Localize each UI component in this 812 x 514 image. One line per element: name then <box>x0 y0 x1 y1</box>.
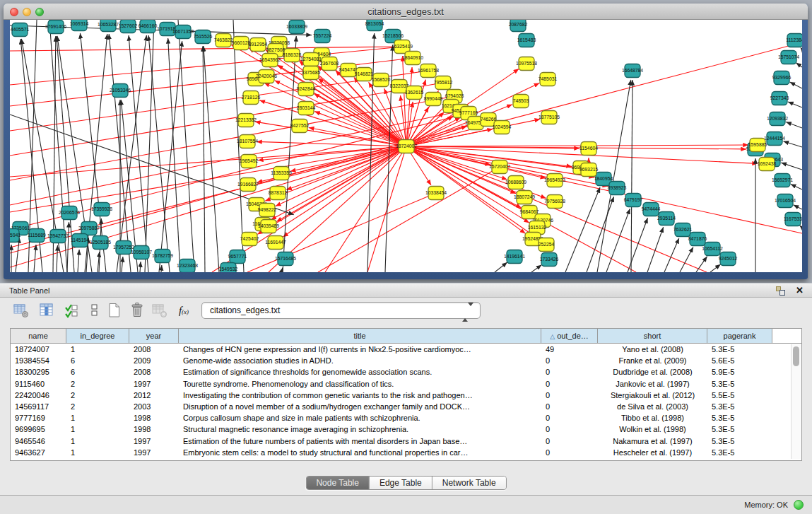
network-node[interactable]: 8186328 <box>283 49 302 62</box>
network-node[interactable]: 8938923 <box>608 182 627 195</box>
network-node[interactable]: 2718126 <box>242 91 261 105</box>
network-node[interactable]: 9693215 <box>579 163 599 177</box>
network-node[interactable]: 9660128 <box>232 37 251 50</box>
table-row[interactable]: 946554611997Estimation of the future num… <box>11 436 801 447</box>
network-canvas[interactable]: 4405571376914061069314106532871527602646… <box>10 20 802 272</box>
network-node[interactable]: 10975518 <box>516 57 537 71</box>
network-node[interactable]: 12213382 <box>235 114 257 127</box>
network-node[interactable]: 2367608 <box>320 57 339 71</box>
network-node[interactable]: 18807249 <box>514 191 535 204</box>
network-node[interactable]: 12754081 <box>300 53 322 66</box>
scrollbar-thumb[interactable] <box>793 346 799 366</box>
network-node[interactable]: 1549532 <box>219 263 238 273</box>
network-node[interactable]: 22420046 <box>256 70 277 83</box>
memory-ok-indicator-icon[interactable] <box>794 500 804 510</box>
network-node[interactable]: 252254 <box>539 238 555 252</box>
column-header-title[interactable]: title <box>179 329 541 343</box>
network-node[interactable]: 1145194 <box>71 234 89 247</box>
tab-network-table[interactable]: Network Table <box>432 477 506 489</box>
network-node[interactable]: 10958107 <box>131 246 152 259</box>
network-node[interactable]: 2803144 <box>297 102 316 115</box>
network-node[interactable]: 12505185 <box>90 236 111 250</box>
window-titlebar[interactable]: citations_edges.txt <box>4 4 808 20</box>
network-node[interactable]: 1568520 <box>372 74 391 87</box>
network-node[interactable]: 7463822 <box>214 34 233 47</box>
network-node[interactable]: 7955812 <box>434 76 453 90</box>
network-node[interactable]: 2087682 <box>509 20 528 32</box>
row-list-button[interactable] <box>85 301 105 320</box>
network-node[interactable]: 9146821 <box>355 68 374 81</box>
tab-node-table[interactable]: Node Table <box>306 477 369 489</box>
network-node[interactable]: 10654112 <box>702 243 723 256</box>
network-node[interactable]: 748503 <box>513 95 529 108</box>
column-header-in-degree[interactable]: in_degree <box>66 329 129 343</box>
network-node[interactable]: 37691406 <box>45 21 66 34</box>
network-node[interactable]: 7425402 <box>240 233 259 246</box>
table-vertical-scrollbar[interactable] <box>791 344 801 459</box>
table-row[interactable]: 969969511998Structural magnetic resonanc… <box>11 424 801 435</box>
network-node[interactable]: 8427552 <box>290 119 310 133</box>
network-node[interactable]: 12323468 <box>177 259 198 273</box>
column-checklist-button[interactable] <box>62 301 82 320</box>
network-node[interactable]: 1527602 <box>119 20 138 33</box>
network-node[interactable]: 1167533 <box>784 213 802 226</box>
network-node[interactable]: 11353359 <box>271 167 292 180</box>
network-node[interactable]: 9498222 <box>258 204 277 217</box>
network-node[interactable]: 1595885 <box>748 139 767 152</box>
table-row[interactable]: 1938455462009Genome-wide association stu… <box>11 355 801 366</box>
network-node[interactable]: 1024594 <box>493 121 512 134</box>
table-row[interactable]: 1830029562008Estimation of significance … <box>11 366 801 378</box>
network-node[interactable]: 14196141 <box>504 250 525 264</box>
network-node[interactable]: 18775105 <box>539 111 560 124</box>
network-node[interactable]: 13942737 <box>47 230 69 243</box>
network-node[interactable]: 12093832 <box>767 112 788 126</box>
network-node[interactable]: 3375685 <box>302 66 321 80</box>
column-header-name[interactable]: name <box>11 329 66 343</box>
table-selector[interactable]: citations_edges.txt <box>201 302 481 319</box>
network-node[interactable]: 1112384 <box>786 34 802 47</box>
tab-edge-table[interactable]: Edge Table <box>369 477 432 489</box>
table-row[interactable]: 911546021997Tourette syndrome. Phenomeno… <box>11 378 801 390</box>
network-node[interactable]: 16782759 <box>152 250 173 263</box>
network-node[interactable]: 18640910 <box>402 52 423 65</box>
network-node[interactable]: 1069314 <box>70 20 89 31</box>
network-node[interactable]: 8912954 <box>249 38 268 52</box>
network-node[interactable]: 16033809 <box>286 21 307 34</box>
network-node[interactable]: 1154604 <box>579 142 598 156</box>
network-node[interactable]: 17359928 <box>91 203 112 216</box>
network-node[interactable]: 3915941 <box>10 229 20 243</box>
network-node[interactable]: 9245012 <box>719 252 738 266</box>
network-node[interactable]: 9329966 <box>772 71 792 85</box>
network-node[interactable]: 15716485 <box>275 252 296 266</box>
network-node[interactable]: 7485031 <box>539 73 558 86</box>
network-node[interactable]: 30975887 <box>78 222 100 235</box>
network-node[interactable]: 16961758 <box>418 64 439 78</box>
function-builder-button[interactable]: f(x) <box>174 301 194 320</box>
network-node[interactable]: 8813054 <box>365 20 384 31</box>
network-node[interactable]: 17016504 <box>775 194 796 208</box>
network-node[interactable]: 15692971 <box>772 174 793 187</box>
column-header-pagerank[interactable]: pagerank <box>707 329 772 343</box>
new-table-button[interactable] <box>105 301 124 320</box>
column-header-out-de-[interactable]: △out_de… <box>541 329 598 343</box>
network-node[interactable]: 6466160 <box>139 20 158 33</box>
delete-table-button[interactable] <box>127 301 147 320</box>
network-node[interactable]: 18107554 <box>237 135 258 148</box>
network-node[interactable]: 15751074 <box>778 51 799 64</box>
network-node[interactable]: 16543962 <box>259 54 281 67</box>
network-node[interactable]: 12444154 <box>764 132 785 146</box>
table-row[interactable]: 1872400712008Changes of HCN gene express… <box>11 344 801 355</box>
table-row[interactable]: 977716911998Corpus callosum shape and si… <box>11 412 801 424</box>
network-node[interactable]: 18724007 <box>396 140 417 153</box>
network-node[interactable]: 4405571 <box>11 23 30 37</box>
network-node[interactable]: 1115689 <box>28 229 46 243</box>
table-row[interactable]: 2242004622012Investigating the contribut… <box>11 390 801 401</box>
network-node[interactable]: 20206576 <box>59 206 80 220</box>
column-header-short[interactable]: short <box>598 329 707 343</box>
network-node[interactable]: 14039489 <box>258 220 279 233</box>
network-node[interactable]: 19654923 <box>544 174 565 187</box>
column-header-year[interactable]: year <box>129 329 179 343</box>
network-node[interactable]: 6479197 <box>624 194 643 207</box>
network-node[interactable]: 7557224 <box>313 30 332 43</box>
network-node[interactable]: 9227343 <box>770 92 789 105</box>
